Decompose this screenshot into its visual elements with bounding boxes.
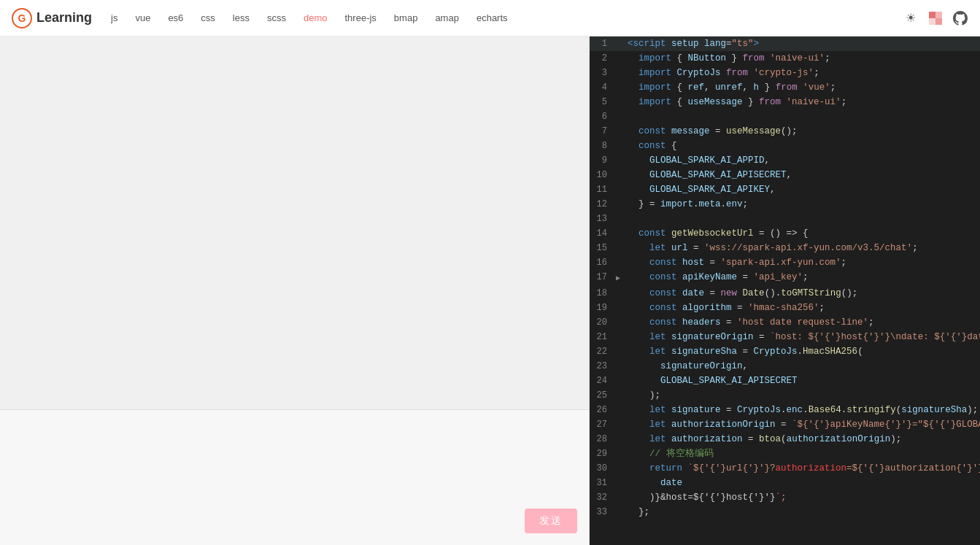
code-line-17: 17 ▶ const apiKeyName = 'api_key'; [590, 270, 980, 286]
code-line-21: 21 let signatureOrigin = `host: ${'{'}ho… [590, 330, 980, 344]
code-line-16: 16 const host = 'spark-api.xf-yun.com'; [590, 255, 980, 270]
header-right: ☀ [903, 10, 968, 26]
logo-text: Learning [36, 10, 92, 26]
code-line-33: 33 }; [590, 505, 980, 519]
code-line-28: 28 let authorization = btoa(authorizatio… [590, 432, 980, 447]
nav-es6[interactable]: es6 [166, 9, 185, 26]
code-line-8: 8 const { [590, 139, 980, 153]
nav-vue[interactable]: vue [134, 9, 152, 26]
preview-area [0, 36, 589, 410]
logo-icon: G [12, 8, 32, 28]
code-line-24: 24 GLOBAL_SPARK_AI_APISECRET [590, 374, 980, 388]
code-line-20: 20 const headers = 'host date request-li… [590, 315, 980, 330]
code-line-4: 4 import { ref, unref, h } from 'vue'; [590, 80, 980, 95]
code-editor[interactable]: 1 <script setup lang="ts"> 2 import { NB… [590, 36, 980, 545]
nav-three-js[interactable]: three-js [344, 9, 378, 26]
nav-scss[interactable]: scss [266, 9, 288, 26]
logo[interactable]: G Learning [12, 8, 92, 28]
send-button[interactable]: 发送 [525, 509, 577, 533]
nav-bmap[interactable]: bmap [393, 9, 420, 26]
nav-js[interactable]: js [109, 9, 119, 26]
code-line-5: 5 import { useMessage } from 'naive-ui'; [590, 95, 980, 109]
code-line-19: 19 const algorithm = 'hmac-sha256'; [590, 301, 980, 315]
svg-text:G: G [18, 12, 26, 24]
code-line-25: 25 ); [590, 388, 980, 403]
code-line-3: 3 import CryptoJs from 'crypto-js'; [590, 66, 980, 80]
nav-demo[interactable]: demo [302, 9, 329, 26]
svg-rect-4 [929, 18, 935, 25]
theme-light-icon[interactable]: ☀ [903, 10, 919, 26]
code-line-1: 1 <script setup lang="ts"> [590, 36, 980, 51]
code-line-2: 2 import { NButton } from 'naive-ui'; [590, 51, 980, 66]
code-line-26: 26 let signature = CryptoJs.enc.Base64.s… [590, 403, 980, 417]
code-line-27: 27 let authorizationOrigin = `${'{'}apiK… [590, 417, 980, 432]
nav-echarts[interactable]: echarts [475, 9, 509, 26]
code-line-31: 31 date [590, 476, 980, 490]
code-line-14: 14 const getWebsocketUrl = () => { [590, 226, 980, 241]
code-line-29: 29 // 将空格编码 [590, 447, 980, 461]
code-line-22: 22 let signatureSha = CryptoJs.HmacSHA25… [590, 344, 980, 359]
code-line-10: 10 GLOBAL_SPARK_AI_APISECRET, [590, 168, 980, 182]
nav-amap[interactable]: amap [433, 9, 460, 26]
code-line-6: 6 [590, 109, 980, 124]
code-panel: 1 <script setup lang="ts"> 2 import { NB… [590, 36, 980, 545]
code-line-7: 7 const message = useMessage(); [590, 124, 980, 139]
code-line-30: 30 return `${'{'}url{'}'}?authorization=… [590, 461, 980, 476]
code-line-11: 11 GLOBAL_SPARK_AI_APIKEY, [590, 182, 980, 197]
color-theme-icon[interactable] [927, 10, 944, 26]
svg-rect-2 [929, 12, 935, 18]
nav-less[interactable]: less [231, 9, 251, 26]
code-line-9: 9 GLOBAL_SPARK_AI_APPID, [590, 153, 980, 168]
code-line-15: 15 let url = 'wss://spark-api.xf-yun.com… [590, 241, 980, 255]
code-line-12: 12 } = import.meta.env; [590, 197, 980, 212]
chat-input-area: 发送 [0, 410, 589, 545]
nav: js vue es6 css less scss demo three-js b… [109, 9, 885, 26]
code-line-13: 13 [590, 212, 980, 226]
svg-rect-3 [935, 12, 942, 18]
nav-css[interactable]: css [199, 9, 217, 26]
code-line-32: 32 )}&host=${'{'}host{'}'}`; [590, 490, 980, 505]
code-line-18: 18 const date = new Date().toGMTString()… [590, 286, 980, 301]
left-panel: 发送 [0, 36, 590, 545]
header: G Learning js vue es6 css less scss demo… [0, 0, 980, 36]
github-icon[interactable] [952, 10, 968, 26]
code-line-23: 23 signatureOrigin, [590, 359, 980, 374]
main-layout: 发送 1 <script setup lang="ts"> 2 import {… [0, 36, 980, 545]
svg-rect-5 [935, 18, 942, 25]
